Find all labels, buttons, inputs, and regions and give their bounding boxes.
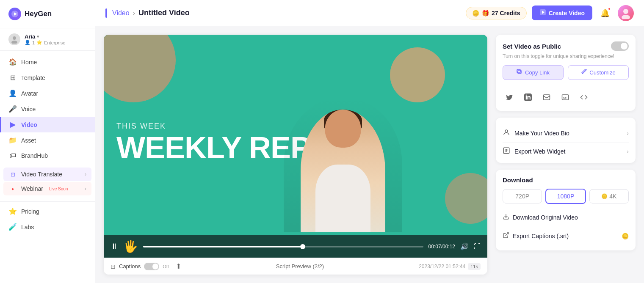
decorative-circle-top-right — [390, 47, 445, 102]
gif-icon[interactable]: GIF — [558, 91, 572, 104]
sidebar-item-voice[interactable]: 🎤 Voice — [0, 101, 95, 117]
sidebar-item-home[interactable]: 🏠 Home — [0, 54, 95, 70]
public-toggle-row: Set Video as Public — [503, 41, 629, 51]
export-captions-button[interactable]: Export Captions (.srt) 🪙 — [503, 228, 629, 244]
captions-toggle[interactable] — [144, 263, 159, 270]
sidebar-item-video-translate[interactable]: ⊡ Video Translate › — [3, 168, 91, 181]
public-description: Turn on this toggle for unique sharing e… — [503, 53, 629, 59]
chevron-icon: ▾ — [37, 34, 39, 39]
export-icon — [503, 232, 509, 240]
customize-button[interactable]: Customize — [568, 65, 629, 80]
captions-icon: ⊡ — [111, 263, 116, 270]
member-icon: 👤 — [25, 40, 30, 45]
video-bio-icon — [503, 129, 510, 138]
header: Video › Untitled Video 🪙 🎁 27 Credits Cr… — [95, 0, 644, 26]
svg-point-7 — [622, 15, 630, 19]
video-controls: ⏸ 🖐 00:07/00:12 🔊 ⛶ — [104, 235, 487, 258]
svg-rect-9 — [517, 69, 520, 73]
create-video-button[interactable]: Create Video — [532, 5, 592, 20]
svg-point-2 — [13, 36, 16, 40]
svg-point-6 — [623, 9, 628, 14]
customize-icon — [581, 69, 587, 76]
video-player: THIS WEEK WEEKLY REPORT ⏸ — [104, 35, 487, 258]
resolution-row: 720P 1080P 🪙 4K — [503, 189, 629, 204]
sidebar-item-labs[interactable]: 🧪 Labs — [0, 219, 95, 235]
user-info[interactable]: Aria ▾ 👤 1 ⭐ Enterprise — [0, 28, 95, 51]
public-label: Set Video as Public — [503, 43, 561, 50]
video-avatar-person — [284, 97, 402, 232]
volume-button[interactable]: 🔊 — [460, 242, 469, 250]
resolution-4k-button[interactable]: 🪙 4K — [589, 189, 629, 203]
user-avatar-header[interactable] — [618, 5, 634, 21]
export-widget-row[interactable]: Export Web Widget › — [503, 143, 629, 156]
export-widget-left: Export Web Widget — [503, 147, 565, 156]
video-player-container: THIS WEEK WEEKLY REPORT ⏸ — [104, 35, 487, 275]
webinar-icon: ● — [8, 187, 17, 191]
progress-bar-fill — [143, 246, 303, 247]
svg-text:GIF: GIF — [563, 96, 567, 99]
video-translate-arrow: › — [85, 171, 86, 177]
premium-icon: 🪙 — [622, 233, 629, 239]
live-soon-badge: Live Soon — [49, 187, 68, 191]
share-card: Set Video as Public Turn on this toggle … — [496, 35, 636, 111]
embed-icon[interactable] — [577, 91, 591, 104]
header-right: 🪙 🎁 27 Credits Create Video 🔔 — [466, 5, 634, 21]
progress-knob[interactable] — [300, 244, 305, 249]
logo-icon — [8, 8, 21, 20]
user-avatar-small — [8, 33, 20, 45]
resolution-1080p-button[interactable]: 1080P — [545, 189, 586, 204]
action-buttons-row: Copy Link Customize — [503, 65, 629, 80]
breadcrumb-sep: › — [133, 9, 135, 17]
export-widget-icon — [503, 147, 510, 156]
svg-point-13 — [505, 130, 508, 132]
export-widget-label: Export Web Widget — [514, 148, 565, 155]
twitter-icon[interactable] — [503, 91, 516, 104]
toggle-knob — [152, 264, 158, 269]
sidebar-item-avatar[interactable]: 👤 Avatar — [0, 85, 95, 101]
resolution-720p-button[interactable]: 720P — [503, 189, 542, 203]
social-row: GIF — [503, 86, 629, 104]
right-panel: Set Video as Public Turn on this toggle … — [496, 35, 636, 275]
video-icon: ▶ — [8, 121, 17, 129]
sidebar-item-webinar[interactable]: ● Webinar Live Soon › — [3, 182, 91, 195]
duration-badge: 11s — [468, 263, 481, 270]
breadcrumb-parent[interactable]: Video — [112, 9, 130, 17]
progress-bar[interactable] — [143, 246, 423, 247]
credits-button[interactable]: 🪙 🎁 27 Credits — [466, 7, 527, 19]
make-video-bio-row[interactable]: Make Your Video Bio › — [503, 124, 629, 143]
person-head — [325, 110, 361, 148]
pause-button[interactable]: ⏸ — [111, 242, 118, 251]
feature-row-left: Make Your Video Bio — [503, 129, 569, 138]
copy-link-button[interactable]: Copy Link — [503, 65, 564, 80]
webinar-arrow: › — [85, 186, 86, 192]
fullscreen-button[interactable]: ⛶ — [474, 243, 481, 250]
video-bottom-bar: ⊡ Captions Off ⬆ Script Preview (2/2) 20… — [104, 258, 487, 275]
svg-line-16 — [506, 233, 509, 236]
sidebar-item-brandhub[interactable]: 🏷 BrandHub — [0, 148, 95, 163]
notification-button[interactable]: 🔔 — [597, 5, 613, 21]
script-preview: Script Preview (2/2) — [181, 263, 419, 269]
sidebar-item-asset[interactable]: 📁 Asset — [0, 132, 95, 148]
public-toggle-switch[interactable] — [611, 41, 629, 51]
sidebar-item-template[interactable]: ⊞ Template — [0, 70, 95, 85]
person-silhouette — [301, 110, 385, 232]
lock-icon: 🪙 — [601, 193, 608, 199]
download-original-button[interactable]: Download Original Video — [503, 210, 629, 225]
sidebar-item-pricing[interactable]: ⭐ Pricing — [0, 203, 95, 219]
breadcrumb-current: Untitled Video — [138, 8, 190, 17]
toggle-knob-on — [621, 43, 627, 49]
video-translate-icon: ⊡ — [8, 171, 17, 178]
copy-icon — [517, 69, 522, 76]
credits-gift-icon: 🎁 — [482, 10, 489, 16]
video-bio-arrow: › — [627, 130, 629, 137]
email-icon[interactable] — [540, 91, 553, 104]
voice-icon: 🎤 — [8, 105, 17, 113]
svg-point-3 — [11, 41, 17, 44]
video-bio-label: Make Your Video Bio — [514, 130, 569, 137]
linkedin-icon[interactable] — [521, 91, 535, 104]
asset-icon: 📁 — [8, 136, 17, 144]
sidebar-item-video[interactable]: ▶ Video — [0, 117, 95, 132]
video-section: THIS WEEK WEEKLY REPORT ⏸ — [104, 35, 487, 275]
upload-button[interactable]: ⬆ — [176, 262, 181, 270]
features-card: Make Your Video Bio › Export Web Widget … — [496, 118, 636, 163]
